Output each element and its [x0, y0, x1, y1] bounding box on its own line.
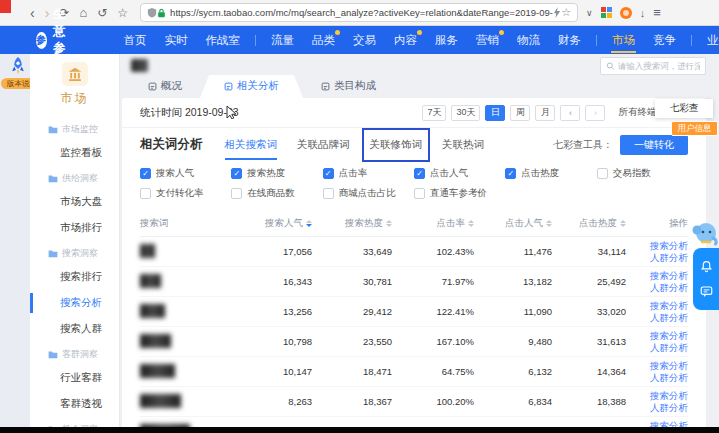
navbar-item-服务[interactable]: 服务: [434, 27, 459, 53]
metric-cell: 10,147: [232, 366, 312, 377]
bell-icon[interactable]: [700, 260, 713, 273]
navbar-item-营销[interactable]: 营销: [475, 27, 500, 53]
action-link-人群分析[interactable]: 人群分析: [650, 252, 688, 263]
sidebar-item-搜索排行[interactable]: 搜索排行: [30, 264, 119, 290]
metric-cell: 13,182: [474, 276, 552, 287]
metric-checkbox-商城点击占比[interactable]: 商城点击占比: [323, 187, 414, 200]
navbar-item-交易[interactable]: 交易: [352, 27, 377, 53]
tab-概况[interactable]: 概况: [130, 75, 200, 98]
sidebar-item-行业客群[interactable]: 行业客群: [30, 365, 119, 391]
tab-类目构成[interactable]: 类目构成: [303, 75, 394, 98]
navbar-item-首页[interactable]: 首页: [123, 27, 148, 53]
navbar-item-物流[interactable]: 物流: [516, 27, 541, 53]
home-button[interactable]: ⌂: [79, 6, 87, 20]
metric-label: 点击率: [339, 167, 368, 180]
row-actions: 搜索分析人群分析: [626, 390, 688, 413]
metric-checkbox-支付转化率[interactable]: 支付转化率: [140, 187, 231, 200]
navbar-item-流量[interactable]: 流量: [270, 27, 295, 53]
metric-checkbox-直通车参考价[interactable]: 直通车参考价: [414, 187, 505, 200]
date-range-button-月[interactable]: 月: [535, 105, 555, 121]
sidebar-item-监控看板[interactable]: 监控看板: [30, 140, 119, 166]
navbar-item-品类[interactable]: 品类: [311, 27, 336, 53]
history-button[interactable]: ↺: [97, 6, 107, 20]
user-info-button[interactable]: 用户信息: [671, 121, 718, 136]
column-header-搜索热度[interactable]: 搜索热度: [312, 217, 392, 230]
action-link-人群分析[interactable]: 人群分析: [650, 282, 688, 293]
flash-plugin-icon[interactable]: [553, 7, 561, 18]
tab-相关分析[interactable]: 相关分析: [200, 75, 303, 98]
folder-icon: [48, 174, 58, 183]
action-link-搜索分析[interactable]: 搜索分析: [650, 360, 688, 371]
addressbar-dropdown-icon[interactable]: ∨: [586, 8, 593, 18]
date-range-button-日[interactable]: 日: [485, 105, 505, 121]
rocket-mascot-icon[interactable]: [8, 56, 28, 78]
action-link-搜索分析[interactable]: 搜索分析: [650, 390, 688, 401]
extension-orange-icon[interactable]: [620, 7, 632, 19]
word-tab-关联热词[interactable]: 关联热词: [442, 130, 484, 160]
search-term-cell: [140, 274, 232, 290]
search-input[interactable]: [618, 61, 700, 71]
checkbox-icon: [597, 168, 608, 179]
metric-checkbox-搜索人气[interactable]: ✓搜索人气: [140, 167, 231, 180]
action-link-人群分析[interactable]: 人群分析: [650, 312, 688, 323]
column-header-点击人气[interactable]: 点击人气: [474, 217, 552, 230]
action-link-搜索分析[interactable]: 搜索分析: [650, 300, 688, 311]
prev-period-button[interactable]: ‹: [560, 105, 580, 121]
navbar-item-实时[interactable]: 实时: [164, 27, 189, 53]
navbar-item-业务专区[interactable]: 业务专区: [706, 27, 719, 53]
tool-label: 七彩查工具：: [553, 138, 613, 152]
column-header-点击热度[interactable]: 点击热度: [552, 217, 626, 230]
metric-checkbox-交易指数[interactable]: 交易指数: [597, 167, 688, 180]
column-header-搜索人气[interactable]: 搜索人气: [232, 217, 312, 230]
metric-checkbox-点击热度[interactable]: ✓点击热度: [505, 167, 596, 180]
metric-checkbox-点击率[interactable]: ✓点击率: [323, 167, 414, 180]
action-link-搜索分析[interactable]: 搜索分析: [650, 240, 688, 251]
metric-checkbox-在线商品数[interactable]: 在线商品数: [231, 187, 322, 200]
sidebar-item-市场大盘[interactable]: 市场大盘: [30, 189, 119, 215]
action-link-人群分析[interactable]: 人群分析: [650, 402, 688, 413]
action-link-搜索分析[interactable]: 搜索分析: [650, 420, 688, 427]
date-range-button-7天[interactable]: 7天: [422, 105, 446, 121]
one-click-convert-button[interactable]: 一键转化: [620, 135, 688, 155]
next-period-button[interactable]: ›: [585, 105, 605, 121]
extension-grid-icon[interactable]: [601, 7, 612, 18]
action-link-搜索分析[interactable]: 搜索分析: [650, 330, 688, 341]
navbar-item-作战室[interactable]: 作战室: [205, 27, 242, 53]
word-tab-关联品牌词[interactable]: 关联品牌词: [297, 130, 350, 160]
metric-checkbox-搜索热度[interactable]: ✓搜索热度: [231, 167, 322, 180]
sidebar-item-市场排行[interactable]: 市场排行: [30, 215, 119, 241]
sidebar-item-搜索人群[interactable]: 搜索人群: [30, 316, 119, 342]
navbar-item-竞争[interactable]: 竞争: [652, 27, 677, 53]
download-icon[interactable]: ↓: [640, 7, 646, 19]
word-tab-关联修饰词[interactable]: 关联修饰词: [370, 130, 423, 160]
action-link-人群分析[interactable]: 人群分析: [650, 342, 688, 353]
row-actions: 搜索分析人群分析: [626, 330, 688, 353]
metric-cell: 33,020: [552, 306, 626, 317]
metric-cell: 64.75%: [392, 366, 474, 377]
sidebar-item-搜索分析[interactable]: 搜索分析: [30, 290, 119, 316]
metric-label: 支付转化率: [156, 187, 204, 200]
table-row: 13,25629,412122.41%11,09033,020搜索分析人群分析: [140, 297, 688, 327]
address-bar[interactable]: https://sycm.taobao.com/mc/mq/search_ana…: [140, 3, 578, 22]
metric-checkbox-点击人气[interactable]: ✓点击人气: [414, 167, 505, 180]
word-tab-相关搜索词[interactable]: 相关搜索词: [225, 130, 278, 160]
row-actions: 搜索分析人群分析: [626, 300, 688, 323]
page-star-icon[interactable]: ☆: [561, 6, 571, 19]
action-link-搜索分析[interactable]: 搜索分析: [650, 270, 688, 281]
date-range-button-30天[interactable]: 30天: [451, 105, 480, 121]
metric-cell: 100.20%: [392, 396, 474, 407]
browser-menu-icon[interactable]: ≡: [653, 5, 661, 20]
navbar-item-财务[interactable]: 财务: [557, 27, 582, 53]
related-words-table: 搜索词搜索人气搜索热度点击率点击人气点击热度操作 17,05633,649102…: [122, 209, 706, 427]
bookmark-star-button[interactable]: ☆: [117, 6, 128, 20]
back-button[interactable]: ‹: [30, 6, 35, 20]
navbar-item-内容[interactable]: 内容: [393, 27, 418, 53]
table-row: 16,34330,78171.97%13,18225,492搜索分析人群分析: [140, 267, 688, 297]
sidebar-item-客群透视[interactable]: 客群透视: [30, 391, 119, 417]
action-link-人群分析[interactable]: 人群分析: [650, 372, 688, 383]
navbar-item-市场[interactable]: 市场: [611, 27, 636, 53]
chat-icon[interactable]: [700, 285, 713, 298]
date-range-button-周[interactable]: 周: [510, 105, 530, 121]
column-header-点击率[interactable]: 点击率: [392, 217, 474, 230]
keyword-search-box[interactable]: [600, 57, 706, 75]
